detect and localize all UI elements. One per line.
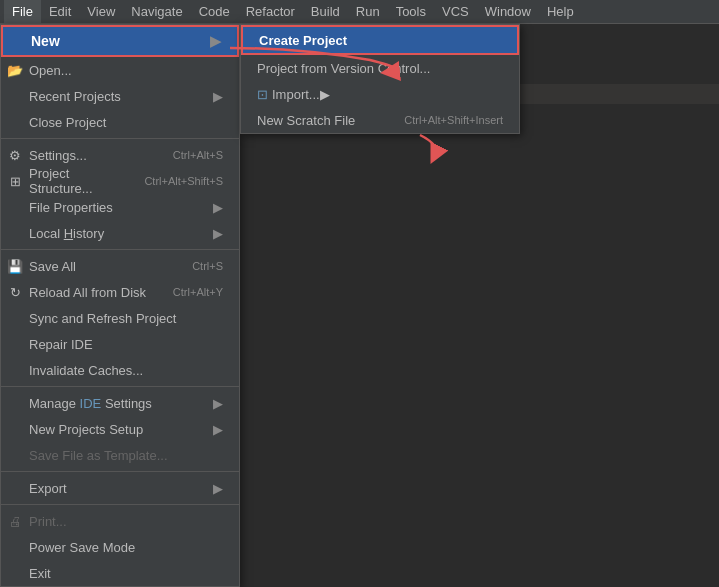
- menu-item-sync[interactable]: Sync and Refresh Project: [1, 305, 239, 331]
- menu-item-file-properties[interactable]: File Properties ▶: [1, 194, 239, 220]
- import-arrow: ▶: [320, 87, 330, 102]
- menu-vcs[interactable]: VCS: [434, 0, 477, 23]
- menu-refactor[interactable]: Refactor: [238, 0, 303, 23]
- menu-item-invalidate[interactable]: Invalidate Caches...: [1, 357, 239, 383]
- save-template-label: Save File as Template...: [29, 448, 168, 463]
- separator-4: [1, 471, 239, 472]
- repair-label: Repair IDE: [29, 337, 93, 352]
- menu-file[interactable]: File: [4, 0, 41, 23]
- gear-icon: ⚙: [5, 148, 25, 163]
- save-all-label: Save All: [29, 259, 76, 274]
- menu-item-open[interactable]: 📂 Open...: [1, 57, 239, 83]
- manage-ide-label: Manage IDE Settings: [29, 396, 152, 411]
- menu-item-recent[interactable]: Recent Projects ▶: [1, 83, 239, 109]
- file-properties-label: File Properties: [29, 200, 113, 215]
- settings-shortcut: Ctrl+Alt+S: [153, 149, 223, 161]
- submenu-item-scratch-file[interactable]: New Scratch File Ctrl+Alt+Shift+Insert: [241, 107, 519, 133]
- menu-item-repair[interactable]: Repair IDE: [1, 331, 239, 357]
- manage-ide-arrow: ▶: [213, 396, 223, 411]
- separator-5: [1, 504, 239, 505]
- open-label: Open...: [29, 63, 72, 78]
- submenu-item-version-control[interactable]: Project from Version Control...: [241, 55, 519, 81]
- structure-icon: ⊞: [5, 174, 25, 189]
- submenu-item-import[interactable]: ⊡ Import... ▶: [241, 81, 519, 107]
- save-all-shortcut: Ctrl+S: [172, 260, 223, 272]
- new-arrow: ▶: [210, 33, 221, 49]
- reload-icon: ↻: [5, 285, 25, 300]
- project-structure-shortcut: Ctrl+Alt+Shift+S: [124, 175, 223, 187]
- menu-item-save-template: Save File as Template...: [1, 442, 239, 468]
- file-properties-arrow: ▶: [213, 200, 223, 215]
- export-arrow: ▶: [213, 481, 223, 496]
- file-menu: New ▶ 📂 Open... Recent Projects ▶ Close …: [0, 24, 240, 587]
- submenu-item-create-project[interactable]: Create Project: [241, 25, 519, 55]
- menu-item-manage-ide[interactable]: Manage IDE Settings ▶: [1, 390, 239, 416]
- menu-tools[interactable]: Tools: [388, 0, 434, 23]
- power-save-label: Power Save Mode: [29, 540, 135, 555]
- menu-bar: File Edit View Navigate Code Refactor Bu…: [0, 0, 719, 24]
- scratch-file-label: New Scratch File: [257, 113, 355, 128]
- menu-item-reload[interactable]: ↻ Reload All from Disk Ctrl+Alt+Y: [1, 279, 239, 305]
- new-projects-arrow: ▶: [213, 422, 223, 437]
- menu-build[interactable]: Build: [303, 0, 348, 23]
- submenu-new: Create Project Project from Version Cont…: [240, 24, 520, 134]
- reload-label: Reload All from Disk: [29, 285, 146, 300]
- new-label: New: [31, 33, 60, 49]
- project-structure-label: Project Structure...: [29, 166, 124, 196]
- exit-label: Exit: [29, 566, 51, 581]
- recent-arrow: ▶: [213, 89, 223, 104]
- folder-icon: 📂: [5, 63, 25, 78]
- menu-view[interactable]: View: [79, 0, 123, 23]
- settings-label: Settings...: [29, 148, 87, 163]
- import-icon: ⊡: [257, 87, 268, 102]
- menu-run[interactable]: Run: [348, 0, 388, 23]
- close-label: Close Project: [29, 115, 106, 130]
- menu-window[interactable]: Window: [477, 0, 539, 23]
- recent-label: Recent Projects: [29, 89, 121, 104]
- local-history-label: Local History: [29, 226, 104, 241]
- local-history-arrow: ▶: [213, 226, 223, 241]
- menu-navigate[interactable]: Navigate: [123, 0, 190, 23]
- menu-item-power-save[interactable]: Power Save Mode: [1, 534, 239, 560]
- import-label: Import...: [272, 87, 320, 102]
- menu-item-new[interactable]: New ▶: [1, 25, 239, 57]
- separator-1: [1, 138, 239, 139]
- scratch-file-shortcut: Ctrl+Alt+Shift+Insert: [384, 114, 503, 126]
- menu-item-export[interactable]: Export ▶: [1, 475, 239, 501]
- invalidate-label: Invalidate Caches...: [29, 363, 143, 378]
- menu-item-new-projects[interactable]: New Projects Setup ▶: [1, 416, 239, 442]
- menu-item-exit[interactable]: Exit: [1, 560, 239, 586]
- new-projects-label: New Projects Setup: [29, 422, 143, 437]
- menu-item-save-all[interactable]: 💾 Save All Ctrl+S: [1, 253, 239, 279]
- print-icon: 🖨: [5, 514, 25, 529]
- save-icon: 💾: [5, 259, 25, 274]
- menu-item-print: 🖨 Print...: [1, 508, 239, 534]
- export-label: Export: [29, 481, 67, 496]
- menu-edit[interactable]: Edit: [41, 0, 79, 23]
- separator-3: [1, 386, 239, 387]
- create-project-label: Create Project: [259, 33, 347, 48]
- version-control-label: Project from Version Control...: [257, 61, 430, 76]
- separator-2: [1, 249, 239, 250]
- menu-item-local-history[interactable]: Local History ▶: [1, 220, 239, 246]
- sync-label: Sync and Refresh Project: [29, 311, 176, 326]
- menu-item-close[interactable]: Close Project: [1, 109, 239, 135]
- menu-help[interactable]: Help: [539, 0, 582, 23]
- reload-shortcut: Ctrl+Alt+Y: [153, 286, 223, 298]
- menu-code[interactable]: Code: [191, 0, 238, 23]
- menu-item-settings[interactable]: ⚙ Settings... Ctrl+Alt+S: [1, 142, 239, 168]
- menu-item-project-structure[interactable]: ⊞ Project Structure... Ctrl+Alt+Shift+S: [1, 168, 239, 194]
- print-label: Print...: [29, 514, 67, 529]
